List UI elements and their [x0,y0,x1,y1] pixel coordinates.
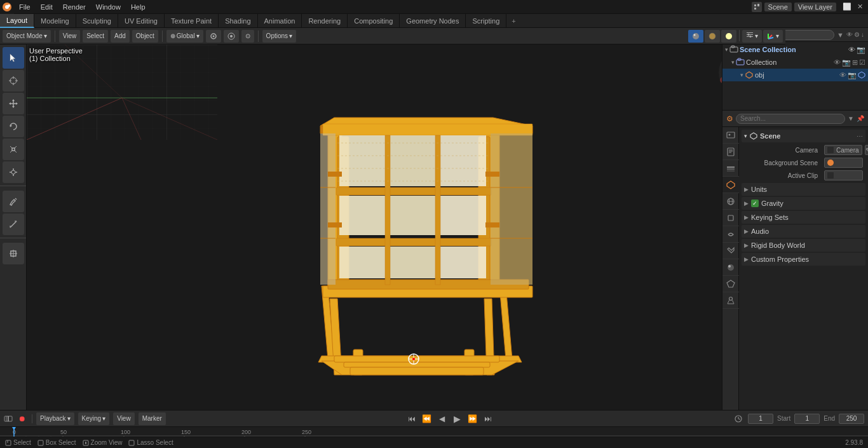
jump-end-btn[interactable]: ⏭ [482,413,494,424]
add-workspace-btn[interactable]: + [506,16,520,26]
add-primitive-tool[interactable] [3,243,24,264]
properties-search[interactable] [736,114,845,124]
tab-modeling[interactable]: Modeling [34,14,76,28]
coll-exclude-icon[interactable]: ☑ [859,58,865,67]
obj-render-icon[interactable]: 📷 [848,71,857,79]
tab-shading[interactable]: Shading [219,14,257,28]
coll-eye-icon[interactable]: 👁 [834,58,841,67]
measure-tool[interactable] [3,214,24,235]
transform-global[interactable]: ⊕ Global ▾ [166,30,203,43]
editor-options[interactable]: Options ▾ [262,30,296,43]
move-tool[interactable] [3,93,24,114]
select-tool[interactable] [3,47,24,69]
background-scene-value[interactable] [824,158,863,168]
properties-pin-icon[interactable]: 📌 [857,115,864,122]
gravity-section-header[interactable]: ▶ ✓ Gravity [742,197,865,210]
tab-compositing[interactable]: Compositing [348,14,400,28]
prop-tab-scene[interactable] [722,177,739,193]
scene-section-header[interactable]: ▾ Scene ⋯ [742,130,865,142]
annotate-tool[interactable] [3,191,24,212]
tab-rendering[interactable]: Rendering [302,14,348,28]
coll-viewport-icon[interactable]: ⊞ [852,58,858,67]
select-menu[interactable]: Select [83,30,108,43]
tab-sculpting[interactable]: Sculpting [76,14,118,28]
current-frame-input[interactable]: 1 [748,414,773,424]
keying-sets-section-header[interactable]: ▶ Keying Sets [742,211,865,224]
end-frame-input[interactable]: 250 [839,414,864,424]
step-fwd-btn[interactable]: ⏩ [467,413,478,424]
prop-tab-shading[interactable] [722,259,739,276]
snap-toggle[interactable] [206,30,221,43]
gravity-checkbox[interactable]: ✓ [751,200,759,207]
prop-tab-object[interactable] [722,210,739,226]
camera-value[interactable]: Camera [824,145,862,155]
menu-help[interactable]: Help [126,0,151,14]
pivot-point[interactable]: ⊙ [241,30,254,43]
cursor-tool[interactable] [3,70,24,92]
menu-edit[interactable]: Edit [36,0,58,14]
rigid-body-world-section-header[interactable]: ▶ Rigid Body World [742,239,865,252]
tab-layout[interactable]: Layout [0,14,34,28]
obj-eye-icon[interactable]: 👁 [839,71,846,79]
outliner-row-scene-collection[interactable]: ▾ Scene Collection 👁 📷 [722,43,868,56]
timeline-view-menu[interactable]: View [113,412,135,425]
prop-tab-render[interactable] [722,127,739,144]
record-btn[interactable]: ⏺ [17,413,28,424]
view-layer-name[interactable]: View Layer [794,3,836,11]
outliner-row-collection[interactable]: ▾ Collection 👁 📷 ⊞ ☑ [722,56,868,69]
tab-uv-editing[interactable]: UV Editing [118,14,165,28]
menu-file[interactable]: File [14,0,36,14]
prop-tab-world[interactable] [722,193,739,210]
menu-window[interactable]: Window [91,0,126,14]
sc-eye-icon[interactable]: 👁 [848,46,855,54]
scene-options-icon[interactable]: ⋯ [857,133,863,140]
viewport-material-mode[interactable] [705,30,720,43]
audio-section-header[interactable]: ▶ Audio [742,225,865,238]
rotate-tool[interactable] [3,116,24,137]
gizmos-btn[interactable]: ▾ [763,30,783,43]
overlays-btn[interactable]: ▾ [742,30,762,43]
tab-geometry-nodes[interactable]: Geometry Nodes [400,14,466,28]
tab-texture-paint[interactable]: Texture Paint [165,14,219,28]
scale-tool[interactable] [3,139,24,160]
properties-filter-icon[interactable]: ▼ [848,115,854,122]
prop-tab-physics[interactable] [722,292,739,309]
viewport-solid-mode[interactable] [688,30,703,43]
prop-tab-data[interactable] [722,276,739,292]
step-back-btn[interactable]: ⏪ [421,413,433,424]
add-menu[interactable]: Add [111,30,130,43]
fullscreen-icon[interactable]: ⬜ [841,1,853,13]
prop-tab-output[interactable] [722,144,739,160]
coll-render-icon[interactable]: 📷 [842,58,851,67]
view-menu[interactable]: View [59,30,81,43]
tab-animation[interactable]: Animation [258,14,302,28]
start-frame-input[interactable]: 1 [794,414,820,424]
viewport-rendered-mode[interactable] [721,30,736,43]
outliner-filter-icon[interactable]: ▼ [837,31,844,39]
active-clip-value[interactable] [824,170,863,180]
outliner-restrict-icon2[interactable]: ⚙ [854,31,860,38]
close-btn[interactable]: ✕ [854,1,865,13]
viewport-3d[interactable]: User Perspective (1) Collection X Y Z [27,44,769,410]
tab-scripting[interactable]: Scripting [466,14,506,28]
menu-render[interactable]: Render [58,0,91,14]
camera-edit-btn[interactable]: ✎ [865,145,868,155]
prop-tab-constraints[interactable] [722,226,739,243]
scene-name[interactable]: Scene [764,3,792,11]
jump-start-btn[interactable]: ⏮ [406,413,417,424]
outliner-row-obj[interactable]: ▾ obj 👁 📷 [722,69,868,81]
keying-menu[interactable]: Keying▾ [78,412,110,425]
proportional-edit[interactable] [224,30,239,43]
marker-menu[interactable]: Marker [139,412,166,425]
prop-tab-modifiers[interactable] [722,243,739,259]
playback-menu[interactable]: Playback▾ [36,412,74,425]
units-section-header[interactable]: ▶ Units [742,183,865,196]
transform-tool[interactable] [3,161,24,183]
play-btn[interactable]: ▶ [452,413,463,424]
sc-render-icon[interactable]: 📷 [857,46,865,54]
outliner-restrict-icon3[interactable]: ↓ [861,31,864,38]
prop-tab-view-layer[interactable] [722,160,739,177]
object-menu[interactable]: Object [132,30,158,43]
obj-filter-icon[interactable] [858,71,865,79]
outliner-restrict-icon1[interactable]: 👁 [846,31,853,38]
